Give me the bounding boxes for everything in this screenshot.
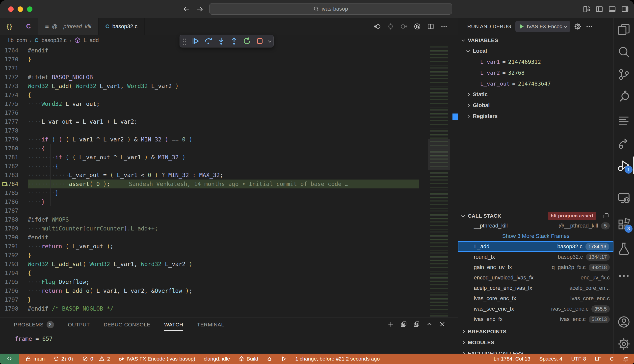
extensions-icon[interactable]: 3 <box>617 218 630 231</box>
source-control-icon[interactable] <box>617 68 630 81</box>
pinned-tab-c-file[interactable]: C <box>19 18 38 34</box>
call-stack-section-header[interactable]: CALL STACK hit program assert <box>458 211 614 220</box>
code-line-1788[interactable]: 1788#ifdef WMOPS <box>0 215 428 224</box>
status-item-main[interactable]: main <box>25 356 45 362</box>
panel-tab-watch[interactable]: WATCH <box>164 318 183 332</box>
status-item-2[interactable]: 2↓ 0↑ <box>53 356 74 362</box>
search-icon[interactable] <box>617 46 630 59</box>
code-line-1776[interactable]: 1776 <box>0 108 428 117</box>
settings-icon[interactable] <box>617 337 630 351</box>
play-icon[interactable] <box>519 24 525 30</box>
stack-frame-acelp_core_enc_ivas_fx[interactable]: acelp_core_enc_ivas_fxacelp_core_en... <box>458 283 614 293</box>
status-item-build[interactable]: Build <box>239 356 258 362</box>
panel-tab-output[interactable]: OUTPUT <box>68 318 90 332</box>
status-item-0[interactable]: 02 <box>82 356 110 362</box>
code-line-1777[interactable]: 1777····L_var_out = L_var1 + L_var2; <box>0 117 428 126</box>
circle-outline-icon[interactable] <box>387 23 394 30</box>
code-line-1787[interactable]: 1787 <box>0 206 428 215</box>
status-item-lf[interactable]: LF <box>595 356 601 362</box>
code-line-1774[interactable]: 1774{ <box>0 90 428 100</box>
code-line-1785[interactable]: 1785········} <box>0 188 428 197</box>
status-item-ln[interactable]: Ln 1784, Col 13 <box>494 356 530 362</box>
code-line-1792[interactable]: 1792} <box>0 251 428 260</box>
status-item-spaces[interactable]: Spaces: 4 <box>539 356 562 362</box>
run-to-cursor-icon[interactable] <box>413 23 421 30</box>
layout-sidebar-left-icon[interactable] <box>595 5 603 13</box>
code-line-1789[interactable]: 1789····multiCounter[currCounter].L_add+… <box>0 224 428 233</box>
variables-section-header[interactable]: VARIABLES <box>458 34 613 46</box>
variables-group-local[interactable]: Local <box>458 46 613 56</box>
code-line-1773[interactable]: 1773Word32 L_add( Word32 L_var1, Word32 … <box>0 82 428 90</box>
variable-row[interactable]: L_var_out=2147483647 <box>458 78 613 89</box>
status-item-utf8[interactable]: UTF-8 <box>571 356 586 362</box>
restart-icon[interactable] <box>243 37 251 45</box>
code-line-1796[interactable]: 1796····return L_add_o( L_var1, L_var2, … <box>0 286 428 295</box>
panel-tab-debug-console[interactable]: DEBUG CONSOLE <box>104 318 150 332</box>
minimize-window-button[interactable] <box>18 6 23 12</box>
testing-icon[interactable] <box>617 242 630 255</box>
code-line-1781[interactable]: 1781········if ( ( L_var_out ^ L_var1 ) … <box>0 153 428 162</box>
drag-handle-icon[interactable] <box>182 37 187 45</box>
code-line-1794[interactable]: 1794{ <box>0 268 428 278</box>
code-line-1782[interactable]: 1782········{ <box>0 162 428 170</box>
run-debug-icon[interactable]: 1 <box>617 159 630 172</box>
code-editor[interactable]: 1764#endif1770}17711772#ifdef BASOP_NOGL… <box>0 46 458 318</box>
live-share-icon[interactable] <box>617 136 630 150</box>
status-item-ivas[interactable]: IVAS FX Encode (ivas-basop) <box>118 356 195 362</box>
zoom-window-button[interactable] <box>27 6 33 12</box>
code-line-1783[interactable]: 1783············L_var_out = ( L_var1 < 0… <box>0 170 428 180</box>
more-icon[interactable] <box>585 23 593 30</box>
gear-icon[interactable] <box>574 23 581 30</box>
status-item-1[interactable]: 1 change; before #21 2 seconds ago <box>295 356 380 362</box>
layout-customize-icon[interactable] <box>582 5 590 13</box>
code-line-1786[interactable]: 1786····} <box>0 197 428 206</box>
stop-icon[interactable] <box>256 37 264 45</box>
pinned-tab-braces[interactable]: { } <box>0 18 19 34</box>
variable-row[interactable]: L_var2=32768 <box>458 67 613 78</box>
chevron-down-icon[interactable] <box>268 39 271 42</box>
breadcrumb-folder[interactable]: lib_com <box>8 37 27 44</box>
more-actions-icon[interactable] <box>440 23 448 30</box>
step-out-icon[interactable] <box>230 37 238 45</box>
code-line-1780[interactable]: 1780····{ <box>0 144 428 153</box>
code-line-1784[interactable]: 1784············assert( 0 );Sandesh Venk… <box>0 180 428 188</box>
section-header-breakpoints[interactable]: BREAKPOINTS <box>458 326 614 337</box>
step-over-icon[interactable] <box>204 37 213 45</box>
command-center-search[interactable]: ivas-basop <box>209 3 452 14</box>
stack-frame-ivas_core_enc_fx[interactable]: ivas_core_enc_fxivas_core_enc.c <box>458 293 614 304</box>
previous-reference-icon[interactable] <box>373 23 381 30</box>
stack-frame-round_fx[interactable]: round_fxbasop32.c1344:17 <box>458 252 614 262</box>
code-line-1772[interactable]: 1772#ifdef BASOP_NOGLOB <box>0 73 428 82</box>
panel-tab-problems[interactable]: PROBLEMS2 <box>14 318 54 332</box>
more-icon[interactable] <box>617 269 630 283</box>
split-editor-icon[interactable] <box>427 23 435 30</box>
show-more-stack-frames-link[interactable]: Show 3 More Stack Frames <box>458 231 614 241</box>
forward-icon[interactable] <box>196 6 203 13</box>
breadcrumb-file[interactable]: basop32.c <box>41 37 67 44</box>
section-header-modules[interactable]: MODULES <box>458 337 614 348</box>
tab-pthread-kill[interactable]: ≡ @__pthread_kill <box>38 18 99 34</box>
stack-frame-gain_enc_uv_fx[interactable]: gain_enc_uv_fxq_gain2p_fx.c492:18 <box>458 262 614 272</box>
code-search-icon[interactable] <box>617 90 630 104</box>
status-item-play[interactable] <box>281 356 287 362</box>
copy-call-stack-icon[interactable] <box>603 213 609 219</box>
code-line-1771[interactable]: 1771 <box>0 64 428 73</box>
code-line-1770[interactable]: 1770} <box>0 55 428 64</box>
status-item-c[interactable]: C <box>610 356 614 362</box>
status-item-clangd[interactable]: clangd: idle <box>204 356 230 362</box>
back-icon[interactable] <box>183 6 190 13</box>
remote-explorer-icon[interactable] <box>617 192 630 205</box>
debug-config-dropdown[interactable]: IVAS FX Encoc <box>515 21 570 32</box>
remote-indicator[interactable] <box>0 354 19 364</box>
panel-tab-terminal[interactable]: TERMINAL <box>197 318 224 332</box>
maximize-panel-icon[interactable] <box>426 321 433 328</box>
status-item-bell[interactable] <box>622 356 628 362</box>
variables-group-global[interactable]: Global <box>458 100 613 111</box>
step-into-icon[interactable] <box>217 37 225 45</box>
breadcrumb-symbol[interactable]: L_add <box>84 37 99 44</box>
code-line-1795[interactable]: 1795····Flag Overflow; <box>0 278 428 286</box>
stack-frame-ivas_enc_fx[interactable]: ivas_enc_fxivas_enc.c510:13 <box>458 314 614 324</box>
collapse-all-icon[interactable] <box>413 321 420 328</box>
account-icon[interactable] <box>617 315 630 329</box>
continue-icon[interactable] <box>191 37 199 45</box>
